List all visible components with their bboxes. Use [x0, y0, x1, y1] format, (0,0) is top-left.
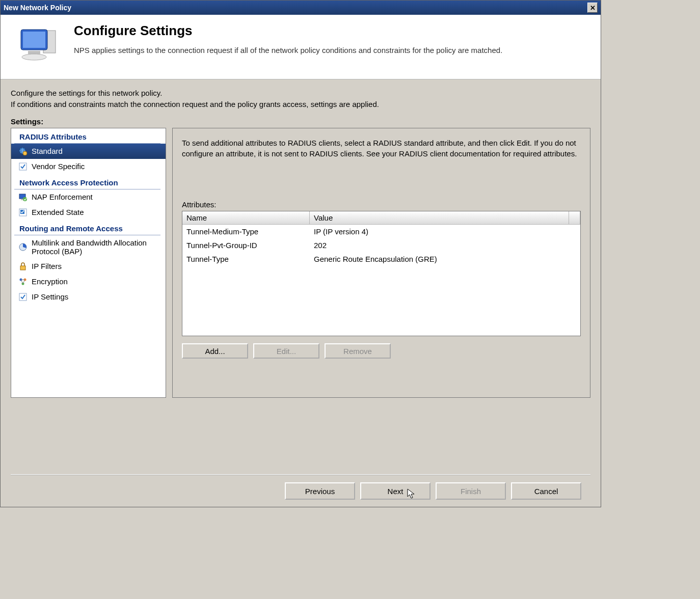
nodes-icon: [18, 277, 28, 286]
tree-item-ip-filters[interactable]: IP Filters: [11, 259, 166, 274]
attribute-buttons: Add... Edit... Remove: [182, 343, 581, 359]
svg-point-4: [22, 54, 46, 60]
tree-item-label: Multilink and Bandwidth Allocation Proto…: [32, 238, 160, 256]
column-name[interactable]: Name: [182, 211, 310, 224]
window-frame: New Network Policy ✕ Configure Settings …: [0, 0, 601, 507]
grid-header: Name Value: [182, 211, 580, 225]
category-header: Routing and Remote Access: [14, 220, 160, 235]
cancel-button[interactable]: Cancel: [511, 482, 581, 500]
close-button[interactable]: ✕: [587, 3, 598, 13]
next-button[interactable]: Next: [360, 482, 430, 500]
table-row[interactable]: Tunnel-TypeGeneric Route Encapsulation (…: [182, 252, 580, 266]
previous-button[interactable]: Previous: [285, 482, 355, 500]
body-area: Configure the settings for this network …: [1, 79, 601, 507]
page-title: Configure Settings: [74, 23, 502, 39]
intro-text: Configure the settings for this network …: [11, 88, 590, 110]
tree-item-vendor-specific[interactable]: Vendor Specific: [11, 159, 166, 174]
finish-button[interactable]: Finish: [436, 482, 506, 500]
column-spacer: [569, 211, 580, 224]
monitor-check-icon: [18, 193, 28, 202]
table-row[interactable]: Tunnel-Medium-TypeIP (IP version 4): [182, 225, 580, 238]
tree-item-nap-enforcement[interactable]: NAP Enforcement: [11, 189, 166, 205]
remove-button[interactable]: Remove: [325, 343, 391, 359]
cell-name: Tunnel-Pvt-Group-ID: [182, 239, 310, 251]
tree-item-encryption[interactable]: Encryption: [11, 274, 166, 289]
svg-rect-14: [20, 266, 25, 270]
settings-tree[interactable]: RADIUS AttributesStandardVendor Specific…: [11, 128, 166, 398]
category-header: Network Access Protection: [14, 174, 160, 189]
tree-item-ip-settings[interactable]: IP Settings: [11, 289, 166, 305]
intro-line-2: If conditions and constraints match the …: [11, 100, 379, 108]
attributes-label: Attributes:: [182, 200, 581, 209]
wizard-header-icon: [13, 23, 64, 69]
tree-item-label: NAP Enforcement: [32, 193, 93, 201]
tree-item-label: Encryption: [32, 277, 68, 286]
state-sheet-icon: [18, 208, 28, 217]
column-value[interactable]: Value: [310, 211, 569, 224]
window-title: New Network Policy: [4, 4, 587, 12]
cell-value: IP (IP version 4): [310, 226, 580, 237]
tree-item-label: Vendor Specific: [32, 162, 85, 171]
page-subtitle: NPS applies settings to the connection r…: [74, 46, 502, 55]
tree-item-standard[interactable]: Standard: [11, 144, 166, 159]
attributes-grid[interactable]: Name Value Tunnel-Medium-TypeIP (IP vers…: [182, 211, 581, 336]
header-panel: Configure Settings NPS applies settings …: [1, 15, 601, 79]
header-text: Configure Settings NPS applies settings …: [74, 23, 502, 69]
svg-point-6: [23, 151, 27, 155]
intro-line-1: Configure the settings for this network …: [11, 89, 162, 97]
attributes-description: To send additional attributes to RADIUS …: [182, 138, 581, 160]
settings-label: Settings:: [11, 117, 590, 126]
close-icon: ✕: [590, 5, 596, 11]
panes: RADIUS AttributesStandardVendor Specific…: [11, 128, 590, 466]
grid-body[interactable]: Tunnel-Medium-TypeIP (IP version 4)Tunne…: [182, 225, 580, 336]
cell-name: Tunnel-Type: [182, 253, 310, 265]
edit-button[interactable]: Edit...: [253, 343, 319, 359]
add-button[interactable]: Add...: [182, 343, 248, 359]
wizard-footer: Previous Next Finish Cancel: [11, 475, 590, 507]
tree-item-multilink-and-bandwidth-allocation-protocol-bap[interactable]: Multilink and Bandwidth Allocation Proto…: [11, 235, 166, 259]
pie-icon: [18, 242, 28, 252]
titlebar: New Network Policy ✕: [1, 1, 601, 15]
mouse-cursor-icon: [407, 488, 416, 501]
table-row[interactable]: Tunnel-Pvt-Group-ID202: [182, 238, 580, 252]
tree-item-label: Standard: [32, 147, 63, 155]
tree-item-extended-state[interactable]: Extended State: [11, 205, 166, 220]
attributes-panel: To send additional attributes to RADIUS …: [172, 128, 590, 398]
tree-item-label: IP Settings: [32, 292, 68, 301]
check-sheet-icon: [18, 292, 28, 302]
cell-value: 202: [310, 239, 580, 251]
tree-item-label: Extended State: [32, 208, 84, 216]
tree-item-label: IP Filters: [32, 262, 62, 270]
globe-gear-icon: [18, 147, 28, 156]
lock-icon: [18, 262, 28, 271]
check-sheet-icon: [18, 162, 28, 171]
category-header: RADIUS Attributes: [14, 128, 160, 144]
cell-value: Generic Route Encapsulation (GRE): [310, 253, 580, 265]
svg-rect-2: [23, 32, 45, 48]
svg-rect-3: [28, 51, 40, 54]
cell-name: Tunnel-Medium-Type: [182, 226, 310, 237]
